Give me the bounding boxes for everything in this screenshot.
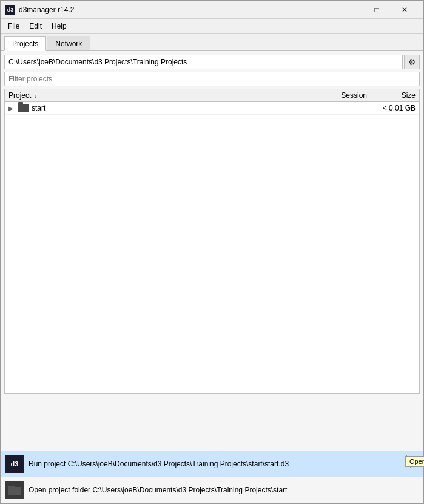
menu-help[interactable]: Help — [47, 19, 72, 33]
table-row[interactable]: ▶ start < 0.01 GB — [5, 102, 419, 115]
title-bar-text: d3manager r14.2 — [19, 5, 335, 14]
minimize-button[interactable]: ─ — [335, 1, 363, 19]
main-window: d3 d3manager r14.2 ─ □ ✕ File Edit Help … — [0, 0, 424, 504]
folder-icon — [18, 104, 29, 112]
tab-projects[interactable]: Projects — [4, 36, 46, 51]
col-header-size[interactable]: Size — [367, 91, 416, 100]
tabs-container: Projects Network — [1, 34, 423, 51]
run-project-text: Run project C:\Users\joeB\Documents\d3 P… — [29, 460, 419, 468]
action-run-project[interactable]: d3 Run project C:\Users\joeB\Documents\d… — [1, 451, 423, 477]
svg-marker-0 — [406, 456, 413, 467]
path-bar: ⚙ — [4, 55, 420, 69]
path-input[interactable] — [4, 55, 403, 69]
project-size: < 0.01 GB — [367, 104, 416, 112]
title-bar: d3 d3manager r14.2 ─ □ ✕ — [1, 1, 423, 19]
filter-input[interactable] — [4, 72, 420, 86]
bottom-section: d3 Run project C:\Users\joeB\Documents\d… — [1, 451, 423, 503]
project-table: Project ↓ Session Size ▶ start < 0.01 GB — [4, 89, 420, 394]
menu-bar: File Edit Help — [1, 19, 423, 34]
table-header: Project ↓ Session Size — [5, 89, 419, 102]
maximize-button[interactable]: □ — [363, 1, 391, 19]
close-button[interactable]: ✕ — [391, 1, 419, 19]
cursor-area: Open Project — [405, 455, 415, 468]
col-header-project[interactable]: Project ↓ — [8, 91, 325, 100]
gear-button[interactable]: ⚙ — [404, 55, 420, 69]
sort-indicator: ↓ — [35, 94, 37, 99]
menu-file[interactable]: File — [3, 19, 24, 33]
menu-edit[interactable]: Edit — [24, 19, 47, 33]
open-folder-text: Open project folder C:\Users\joeB\Docume… — [29, 486, 419, 494]
row-expand-icon[interactable]: ▶ — [8, 105, 16, 112]
action-open-folder[interactable]: Open project folder C:\Users\joeB\Docume… — [1, 477, 423, 503]
tab-network[interactable]: Network — [47, 36, 90, 50]
app-icon: d3 — [5, 5, 15, 15]
col-header-session[interactable]: Session — [325, 91, 367, 100]
content-area: ⚙ Project ↓ Session Size ▶ start < 0. — [1, 51, 423, 451]
table-body: ▶ start < 0.01 GB — [5, 102, 419, 393]
cursor-icon — [405, 455, 415, 468]
title-bar-controls: ─ □ ✕ — [335, 1, 419, 19]
project-name: start — [32, 104, 325, 112]
open-folder-icon — [5, 481, 24, 499]
run-project-icon: d3 — [5, 455, 24, 473]
